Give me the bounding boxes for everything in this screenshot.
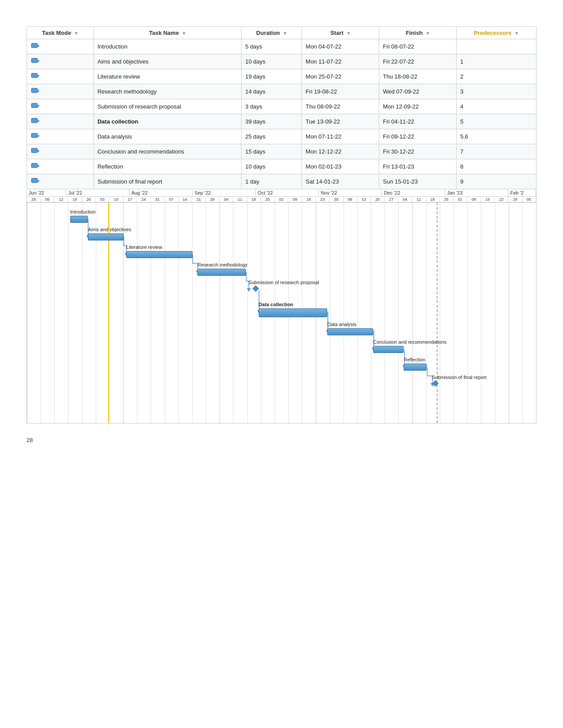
task-start-cell: Mon 04-07-22 <box>302 39 379 54</box>
svg-rect-16 <box>31 163 38 168</box>
gantt-day-label: 01 <box>453 197 467 202</box>
gantt-vertical-line <box>398 203 399 423</box>
gantt-vertical-line <box>68 203 68 423</box>
gantt-day-label: 03 <box>96 197 110 202</box>
task-duration-cell: 25 days <box>242 129 302 144</box>
task-mode-icon <box>30 162 40 170</box>
filter-arrow-finish[interactable]: ▼ <box>426 31 430 36</box>
task-finish-cell: Thu 18-08-22 <box>379 69 457 84</box>
task-predecessors-cell <box>457 39 537 54</box>
filter-arrow-duration[interactable]: ▼ <box>283 31 287 36</box>
task-name-cell: Data collection <box>94 114 242 129</box>
svg-marker-5 <box>38 75 39 77</box>
gantt-vertical-line <box>344 203 344 423</box>
gantt-vertical-line <box>54 203 55 423</box>
gantt-day-label: 12 <box>54 197 68 202</box>
header-mode[interactable]: Task Mode ▼ <box>27 27 94 39</box>
gantt-month-label: Aug '22 <box>129 189 193 196</box>
filter-arrow-mode[interactable]: ▼ <box>74 31 79 36</box>
task-name-cell: Data analysis <box>94 129 242 144</box>
task-mode-icon <box>30 87 40 95</box>
svg-rect-2 <box>31 58 38 63</box>
gantt-day-label: 18 <box>247 197 261 202</box>
svg-rect-18 <box>31 178 38 183</box>
gantt-task-label: Conclusion and recommendations <box>373 339 446 345</box>
gantt-day-label: 08 <box>467 197 481 202</box>
task-mode-cell <box>27 69 94 84</box>
header-start[interactable]: Start ▼ <box>302 27 379 39</box>
gantt-month-row: Jun '22Jul '22Aug '22Sep '22Oct '22Nov '… <box>27 189 536 197</box>
gantt-day-label: 29 <box>508 197 522 202</box>
header-name[interactable]: Task Name ▼ <box>94 27 242 39</box>
svg-marker-19 <box>38 180 39 182</box>
gantt-bar <box>70 216 88 223</box>
task-duration-cell: 5 days <box>242 39 302 54</box>
svg-marker-11 <box>38 120 39 122</box>
task-predecessors-cell: 5 <box>457 114 537 129</box>
gantt-vertical-line <box>440 203 440 423</box>
gantt-vertical-line <box>27 203 27 423</box>
task-mode-cell <box>27 84 94 99</box>
gantt-day-label: 09 <box>288 197 302 202</box>
filter-arrow-pred[interactable]: ▼ <box>514 31 519 36</box>
gantt-vertical-line <box>192 203 193 423</box>
gantt-day-label: 19 <box>68 197 82 202</box>
gantt-vertical-line <box>481 203 481 423</box>
filter-arrow-start[interactable]: ▼ <box>346 31 351 36</box>
gantt-vertical-line <box>412 203 413 423</box>
svg-marker-7 <box>38 90 39 92</box>
task-mode-cell <box>27 114 94 129</box>
gantt-days-row: 2905121926031017243107142128041118250209… <box>27 197 536 203</box>
gantt-task-label: Research methodology <box>197 262 247 267</box>
task-mode-icon <box>30 147 40 155</box>
gantt-day-label: 29 <box>27 197 41 202</box>
svg-marker-17 <box>38 165 39 167</box>
task-duration-cell: 19 days <box>242 69 302 84</box>
gantt-connector <box>193 255 198 272</box>
svg-rect-0 <box>31 43 38 48</box>
task-finish-cell: Fri 13-01-23 <box>379 159 457 174</box>
gantt-day-label: 05 <box>522 197 536 202</box>
gantt-vertical-line <box>385 203 385 423</box>
task-mode-icon <box>30 57 40 65</box>
header-finish[interactable]: Finish ▼ <box>379 27 457 39</box>
gantt-dotted-line <box>437 203 438 423</box>
gantt-task-label: Submission of final report <box>432 375 487 380</box>
task-duration-cell: 39 days <box>242 114 302 129</box>
task-mode-icon <box>30 42 40 50</box>
gantt-month-label: Nov '22 <box>319 189 382 196</box>
task-name-cell: Literature review <box>94 69 242 84</box>
task-start-cell: Mon 25-07-22 <box>302 69 379 84</box>
gantt-task-label: Submission of research proposal <box>249 280 319 285</box>
task-finish-cell: Sun 15-01-23 <box>379 174 457 189</box>
gantt-day-label: 23 <box>316 197 329 202</box>
gantt-day-label: 27 <box>385 197 398 202</box>
gantt-vertical-line <box>82 203 83 423</box>
gantt-month-label: Feb '2 <box>508 189 536 196</box>
filter-arrow-name[interactable]: ▼ <box>182 31 186 36</box>
task-name-cell: Conclusion and recommendations <box>94 144 242 159</box>
task-start-cell: Mon 12-12-22 <box>302 144 379 159</box>
svg-rect-6 <box>31 88 38 93</box>
task-duration-cell: 15 days <box>242 144 302 159</box>
gantt-month-label: Sep '22 <box>193 189 256 196</box>
gantt-day-label: 25 <box>440 197 453 202</box>
header-duration[interactable]: Duration ▼ <box>242 27 302 39</box>
gantt-vertical-line <box>233 203 234 423</box>
gantt-vertical-line <box>178 203 179 423</box>
task-start-cell: Tue 13-09-22 <box>302 114 379 129</box>
task-predecessors-cell: 1 <box>457 54 537 69</box>
svg-rect-10 <box>31 118 38 123</box>
task-finish-cell: Fri 22-07-22 <box>379 54 457 69</box>
gantt-day-label: 07 <box>165 197 178 202</box>
gantt-day-label: 13 <box>357 197 371 202</box>
gantt-day-label: 11 <box>233 197 247 202</box>
gantt-bar <box>404 364 427 371</box>
header-predecessors[interactable]: Predecessors ▼ <box>457 27 537 39</box>
svg-rect-12 <box>31 133 38 138</box>
task-mode-icon <box>30 117 40 125</box>
gantt-day-label: 22 <box>495 197 508 202</box>
gantt-task-label: Introduction <box>70 209 95 214</box>
gantt-day-label: 17 <box>123 197 137 202</box>
gantt-vertical-line <box>165 203 165 423</box>
